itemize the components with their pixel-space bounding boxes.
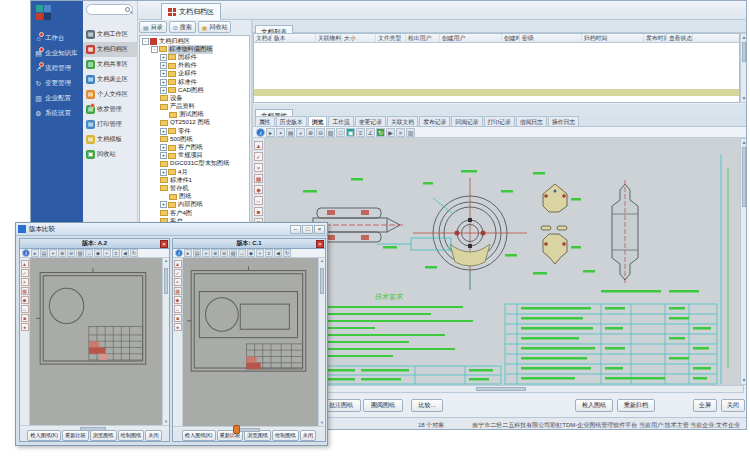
- open-icon[interactable]: ▸: [266, 128, 275, 137]
- approve-icon[interactable]: ✓: [254, 152, 263, 161]
- doc-area-item[interactable]: ▤ 个人文件区: [83, 87, 138, 102]
- column-header[interactable]: 发布时间: [644, 34, 667, 42]
- approve-icon[interactable]: ✓: [174, 269, 182, 277]
- close-button[interactable]: 关闭: [721, 399, 745, 412]
- rotate-icon[interactable]: ↻: [376, 128, 385, 137]
- print-icon[interactable]: ▤: [286, 128, 295, 137]
- doc-area-item[interactable]: ▤ 文档模板: [83, 132, 138, 147]
- search-button[interactable]: ⊙ 搜索: [169, 21, 196, 33]
- back-icon[interactable]: ◀: [274, 249, 282, 257]
- B01-03AA 冲心器刀.DWG[interactable]: B01-03AA 冲心器刀.DWG A.1 257 KB DWG 刘露 2019…: [254, 89, 740, 97]
- open-icon[interactable]: ▸: [184, 249, 192, 257]
- CW22070605.dwg[interactable]: CW22070605.dwg A.2 76 KB dwg 电 循 2022-07…: [254, 43, 740, 51]
- open-icon[interactable]: ▸: [31, 249, 39, 257]
- nav-item[interactable]: ⚙ 系统设置: [31, 106, 83, 121]
- save-icon[interactable]: ▪: [256, 249, 264, 257]
- doc-props-tab[interactable]: 回阅记录: [451, 116, 482, 126]
- tree-item[interactable]: 标准件1: [140, 176, 249, 184]
- rotate-icon[interactable]: ↻: [130, 249, 138, 257]
- zoom-window-icon[interactable]: ▧: [76, 249, 84, 257]
- doc-props-tab[interactable]: 关联文档: [387, 116, 418, 126]
- expander-icon[interactable]: +: [160, 169, 167, 176]
- column-header[interactable]: 关联物料: [316, 34, 342, 42]
- stamp-icon[interactable]: ▦: [254, 174, 263, 183]
- viewer-vscrollbar[interactable]: ▲▼: [740, 138, 747, 385]
- rotate-icon[interactable]: ↻: [283, 249, 291, 257]
- expander-icon[interactable]: -: [151, 46, 158, 53]
- stamp-icon[interactable]: ▦: [21, 287, 29, 295]
- highlight-icon[interactable]: ◆: [254, 185, 263, 194]
- zoom-in-icon[interactable]: ⊕: [58, 249, 66, 257]
- viewer-hscrollbar[interactable]: [265, 385, 744, 393]
- doc-props-tab[interactable]: 发布记录: [419, 116, 450, 126]
- dot-markup-icon[interactable]: ●: [21, 323, 29, 331]
- pan-icon[interactable]: +: [202, 249, 210, 257]
- doc-area-item[interactable]: ▤ 收发管理: [83, 102, 138, 117]
- move-icon[interactable]: ↔: [21, 305, 29, 313]
- rearchive-button[interactable]: 重新归档: [617, 399, 655, 412]
- move-icon[interactable]: ↔: [254, 196, 263, 205]
- select-icon[interactable]: ▶: [386, 128, 395, 137]
- doc-props-tab[interactable]: 浏览: [308, 116, 328, 126]
- column-header[interactable]: 文档名称 ▲: [254, 34, 272, 42]
- markup-arrow-icon[interactable]: ▲: [254, 141, 263, 150]
- tree-item[interactable]: + CAD图档: [140, 86, 249, 94]
- info-icon[interactable]: i: [22, 249, 30, 257]
- move-icon[interactable]: ↔: [238, 249, 246, 257]
- close-pane-icon[interactable]: ×: [160, 240, 168, 248]
- markup-arrow-icon[interactable]: ▲: [21, 260, 29, 268]
- rect-markup-icon[interactable]: ■: [21, 314, 29, 322]
- doc-props-tab[interactable]: 历史版本: [276, 116, 307, 126]
- browse-button[interactable]: 浏览图纸: [244, 430, 271, 441]
- rect-markup-icon[interactable]: ■: [174, 314, 182, 322]
- highlight-icon[interactable]: ◆: [21, 296, 29, 304]
- column-header[interactable]: 创建时间: [502, 34, 520, 42]
- reject-icon[interactable]: ×: [254, 163, 263, 172]
- move-icon[interactable]: ↔: [174, 305, 182, 313]
- doc-props-tab[interactable]: 打印记录: [484, 116, 515, 126]
- maximize-button[interactable]: □: [302, 225, 313, 234]
- column-header[interactable]: 文件类型: [376, 34, 406, 42]
- pane-vscrollbar[interactable]: ▲▼: [318, 258, 325, 426]
- fit-icon[interactable]: □: [336, 128, 345, 137]
- nav-item[interactable]: ↻ 变更管理: [31, 76, 83, 91]
- info-icon[interactable]: i: [256, 128, 265, 137]
- column-header[interactable]: 检出用户: [406, 34, 440, 42]
- column-header[interactable]: 创建用户: [440, 34, 502, 42]
- column-header[interactable]: 大小: [342, 34, 376, 42]
- column-header[interactable]: 密级: [520, 34, 582, 42]
- print-icon[interactable]: ▤: [40, 249, 48, 257]
- info-icon[interactable]: i: [175, 249, 183, 257]
- layers-icon[interactable]: ≡: [112, 249, 120, 257]
- tree-item[interactable]: + 内部图纸: [140, 201, 249, 209]
- browse-button[interactable]: 浏览图纸: [90, 430, 117, 441]
- CW22070705.dwg[interactable]: CW22070705.dwg A.1 85 KB dwg 电 循 2022-07…: [254, 51, 740, 59]
- save-icon[interactable]: ▪: [276, 128, 285, 137]
- doc-area-item[interactable]: ▣ 回收站: [83, 147, 138, 162]
- approve-icon[interactable]: ✓: [21, 269, 29, 277]
- expander-icon[interactable]: +: [160, 54, 167, 61]
- draw-button[interactable]: 绘制图纸: [118, 430, 145, 441]
- pane-hscrollbar[interactable]: [173, 426, 325, 430]
- file-list-scrollbar[interactable]: ▲▼: [740, 33, 747, 103]
- close-pane-icon[interactable]: ×: [316, 240, 324, 248]
- expander-icon[interactable]: +: [160, 128, 167, 135]
- back-icon[interactable]: ◀: [121, 249, 129, 257]
- doc-props-tab[interactable]: 属性: [255, 116, 275, 126]
- expander-icon[interactable]: +: [160, 87, 167, 94]
- layers-icon[interactable]: ≡: [265, 249, 273, 257]
- stamp-icon[interactable]: ▦: [174, 287, 182, 295]
- column-header[interactable]: 归档时间: [582, 34, 644, 42]
- column-header[interactable]: 版本: [272, 34, 316, 42]
- checkin-button[interactable]: 检入图纸(K): [182, 430, 216, 441]
- checkin-button[interactable]: 检入图纸: [575, 399, 613, 412]
- reject-icon[interactable]: ×: [174, 278, 182, 286]
- tree-item[interactable]: DGC031C型未知图纸: [140, 160, 249, 168]
- pan-icon[interactable]: +: [49, 249, 57, 257]
- compare-button[interactable]: 比较...: [411, 399, 443, 412]
- search-input[interactable]: [86, 4, 133, 15]
- expander-icon[interactable]: +: [160, 144, 167, 151]
- nav-item[interactable]: ⌂ 工作台: [31, 31, 83, 46]
- print-icon[interactable]: ▤: [193, 249, 201, 257]
- doc-props-tab[interactable]: 操作日志: [548, 116, 579, 126]
